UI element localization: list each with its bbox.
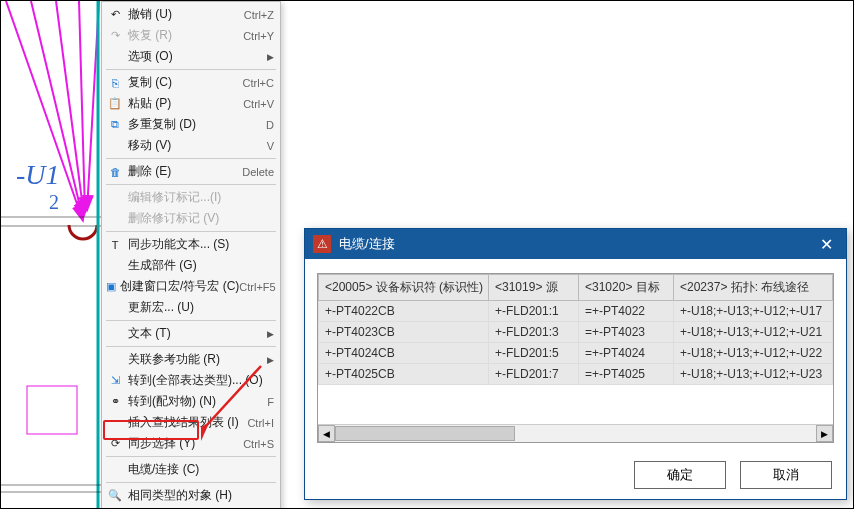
separator xyxy=(106,184,276,185)
menu-undo[interactable]: ↶撤销 (U)Ctrl+Z xyxy=(102,4,280,25)
menu-sync-select[interactable]: ⟳同步选择 (Y)Ctrl+S xyxy=(102,433,280,454)
dialog-titlebar[interactable]: ⚠ 电缆/连接 ✕ xyxy=(305,229,846,259)
menu-text[interactable]: 文本 (T)▶ xyxy=(102,323,280,344)
table-cell[interactable]: +-U18;+-U13;+-U12;+-U23 xyxy=(674,364,833,385)
menu-paste[interactable]: 📋粘贴 (P)Ctrl+V xyxy=(102,93,280,114)
table-row[interactable]: +-PT4024CB+-FLD201:5=+-PT4024+-U18;+-U13… xyxy=(319,343,833,364)
table-cell[interactable]: =+-PT4025 xyxy=(579,364,674,385)
undo-icon: ↶ xyxy=(106,7,124,23)
separator xyxy=(106,456,276,457)
table-cell[interactable]: +-FLD201:1 xyxy=(489,301,579,322)
col-topology[interactable]: <20237> 拓扑: 布线途径 xyxy=(674,275,833,301)
menu-move[interactable]: 移动 (V)V xyxy=(102,135,280,156)
col-device-id[interactable]: <20005> 设备标识符 (标识性) xyxy=(319,275,489,301)
ok-button[interactable]: 确定 xyxy=(634,461,726,489)
design-canvas[interactable]: -U1 2 xyxy=(1,1,101,509)
results-table: <20005> 设备标识符 (标识性) <31019> 源 <31020> 目标… xyxy=(317,273,834,443)
separator xyxy=(106,320,276,321)
table-cell[interactable]: +-PT4025CB xyxy=(319,364,489,385)
table-cell[interactable]: +-PT4022CB xyxy=(319,301,489,322)
menu-create-macro[interactable]: ▣创建窗口宏/符号宏 (C)Ctrl+F5 xyxy=(102,276,280,297)
mate-icon: ⚭ xyxy=(106,394,124,410)
cable-connection-dialog: ⚠ 电缆/连接 ✕ <20005> 设备标识符 (标识性) <31019> 源 … xyxy=(304,228,847,500)
multi-copy-icon: ⧉ xyxy=(106,117,124,133)
table-cell[interactable]: =+-PT4022 xyxy=(579,301,674,322)
delete-icon: 🗑 xyxy=(106,164,124,180)
col-target[interactable]: <31020> 目标 xyxy=(579,275,674,301)
table-row[interactable]: +-PT4022CB+-FLD201:1=+-PT4022+-U18;+-U13… xyxy=(319,301,833,322)
text-icon: T xyxy=(106,237,124,253)
menu-cable-connection[interactable]: 电缆/连接 (C) xyxy=(102,459,280,480)
redo-icon: ↷ xyxy=(106,28,124,44)
table-cell[interactable]: +-U18;+-U13;+-U12;+-U17 xyxy=(674,301,833,322)
menu-edit-revision: 编辑修订标记...(I) xyxy=(102,187,280,208)
table-cell[interactable]: =+-PT4023 xyxy=(579,322,674,343)
chevron-right-icon: ▶ xyxy=(267,329,274,339)
device-sub: 2 xyxy=(49,191,59,214)
separator xyxy=(106,482,276,483)
table-cell[interactable]: +-FLD201:5 xyxy=(489,343,579,364)
cancel-button[interactable]: 取消 xyxy=(740,461,832,489)
menu-copy[interactable]: ⎘复制 (C)Ctrl+C xyxy=(102,72,280,93)
goto-icon: ⇲ xyxy=(106,373,124,389)
scroll-thumb[interactable] xyxy=(335,426,515,441)
table-row[interactable]: +-PT4023CB+-FLD201:3=+-PT4023+-U18;+-U13… xyxy=(319,322,833,343)
menu-same-object[interactable]: 🔍相同类型的对象 (H) xyxy=(102,485,280,506)
menu-update-macro[interactable]: 更新宏... (U) xyxy=(102,297,280,318)
search-icon: 🔍 xyxy=(106,488,124,504)
close-button[interactable]: ✕ xyxy=(814,232,838,256)
warning-icon: ⚠ xyxy=(313,235,331,253)
table-cell[interactable]: +-U18;+-U13;+-U12;+-U21 xyxy=(674,322,833,343)
menu-sync-text[interactable]: T同步功能文本... (S) xyxy=(102,234,280,255)
table-row[interactable]: +-PT4025CB+-FLD201:7=+-PT4025+-U18;+-U13… xyxy=(319,364,833,385)
separator xyxy=(106,158,276,159)
table-cell[interactable]: +-PT4024CB xyxy=(319,343,489,364)
menu-delete-revision: 删除修订标记 (V) xyxy=(102,208,280,229)
separator xyxy=(106,346,276,347)
table-cell[interactable]: +-FLD201:3 xyxy=(489,322,579,343)
table-cell[interactable]: +-U18;+-U13;+-U12;+-U22 xyxy=(674,343,833,364)
horizontal-scrollbar[interactable]: ◀ ▶ xyxy=(318,424,833,442)
menu-insert-find[interactable]: 插入查找结果列表 (I)Ctrl+I xyxy=(102,412,280,433)
menu-gen-part[interactable]: 生成部件 (G) xyxy=(102,255,280,276)
sync-icon: ⟳ xyxy=(106,436,124,452)
menu-goto-mate[interactable]: ⚭转到(配对物) (N)F xyxy=(102,391,280,412)
separator xyxy=(106,69,276,70)
menu-options[interactable]: 选项 (O)▶ xyxy=(102,46,280,67)
scroll-left-button[interactable]: ◀ xyxy=(318,425,335,442)
separator xyxy=(106,231,276,232)
macro-icon: ▣ xyxy=(106,279,116,295)
paste-icon: 📋 xyxy=(106,96,124,112)
scroll-right-button[interactable]: ▶ xyxy=(816,425,833,442)
table-cell[interactable]: +-FLD201:7 xyxy=(489,364,579,385)
menu-goto-all[interactable]: ⇲转到(全部表达类型)... (O) xyxy=(102,370,280,391)
menu-multi-copy[interactable]: ⧉多重复制 (D)D xyxy=(102,114,280,135)
copy-icon: ⎘ xyxy=(106,75,124,91)
context-menu: ↶撤销 (U)Ctrl+Z ↷恢复 (R)Ctrl+Y 选项 (O)▶ ⎘复制 … xyxy=(101,1,281,509)
chevron-right-icon: ▶ xyxy=(267,355,274,365)
device-label: -U1 xyxy=(16,159,60,191)
table-cell[interactable]: =+-PT4024 xyxy=(579,343,674,364)
chevron-right-icon: ▶ xyxy=(267,52,274,62)
table-cell[interactable]: +-PT4023CB xyxy=(319,322,489,343)
svg-rect-8 xyxy=(27,386,77,434)
menu-redo: ↷恢复 (R)Ctrl+Y xyxy=(102,25,280,46)
menu-assoc-ref[interactable]: 关联参考功能 (R)▶ xyxy=(102,349,280,370)
col-source[interactable]: <31019> 源 xyxy=(489,275,579,301)
dialog-title: 电缆/连接 xyxy=(339,235,395,253)
menu-delete[interactable]: 🗑删除 (E)Delete xyxy=(102,161,280,182)
